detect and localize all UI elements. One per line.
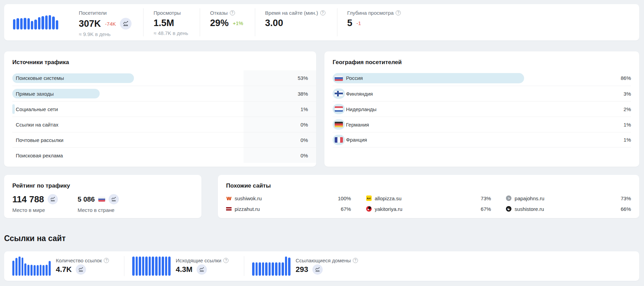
country-name: Германия (346, 122, 369, 128)
traffic-source-row: Поисковые системы 53% (12, 70, 316, 86)
links-metric-help-icon[interactable]: ? (104, 258, 109, 263)
country-percent: 86% (621, 75, 631, 81)
similar-site-link[interactable]: pizzahut.ru (235, 206, 260, 212)
metric-visitors: Посетители 307K -74K ≈ 9.9K в день (69, 4, 143, 40)
similar-site-link[interactable]: papajohns.ru (515, 195, 544, 201)
similar-site-item: sushiwok.ru 100% (226, 194, 351, 202)
similar-site-percent: 66% (621, 206, 631, 212)
rank-country-label: Место в стране (78, 207, 119, 213)
links-metric-chart-icon[interactable] (312, 264, 323, 275)
metric-time-value: 3.00 (265, 18, 283, 28)
traffic-source-label: Прямые заходы (12, 91, 54, 97)
metric-views-value: 1.5M (153, 18, 174, 28)
site-favicon (366, 195, 372, 201)
links-metric: Количество ссылок ? 4.7K (4, 251, 124, 281)
metric-visitors-value: 307K (79, 19, 101, 29)
time-help-icon[interactable]: ? (320, 10, 325, 15)
links-metrics-bar: Количество ссылок ? 4.7K (4, 251, 639, 281)
rank-country-block: 5 086 Место в стране (78, 193, 119, 213)
similar-site-percent: 73% (481, 195, 491, 201)
traffic-source-percent: 0% (244, 148, 316, 163)
metric-bounces-label: Отказы (210, 10, 227, 16)
similar-site-percent: 67% (341, 206, 351, 212)
trend-chart-icon (111, 196, 116, 202)
rank-country-chart-icon[interactable] (109, 194, 119, 204)
geography-row: Германия 1% (333, 117, 631, 132)
country-name: Россия (346, 75, 363, 81)
country-percent: 1% (623, 137, 631, 143)
links-metric-help-icon[interactable]: ? (223, 258, 228, 263)
links-metric-help-icon[interactable]: ? (353, 258, 358, 263)
traffic-sources-title: Источники трафика (12, 59, 316, 66)
similar-site-link[interactable]: sushiwok.ru (235, 195, 262, 201)
country-flag-icon (335, 91, 343, 96)
metric-visitors-delta: -74K (105, 21, 116, 27)
links-metric-value: 293 (296, 265, 308, 274)
traffic-rank-title: Рейтинг по трафику (12, 182, 193, 189)
metric-depth-value: 5 (347, 18, 352, 28)
site-favicon (226, 206, 232, 212)
links-metric-label: Ссылающиеся домены (296, 258, 351, 263)
links-metric-chart (252, 257, 290, 276)
metric-bounces-value: 29% (210, 18, 228, 28)
traffic-source-row: Поисковая реклама 0% (12, 147, 316, 163)
traffic-source-percent: 38% (244, 86, 316, 101)
similar-site-item: yakitoriya.ru 67% (366, 205, 491, 213)
links-metric-chart-icon[interactable] (197, 264, 207, 275)
traffic-source-percent: 0% (244, 132, 316, 147)
traffic-source-row: Социальные сети 1% (12, 101, 316, 117)
traffic-source-label: Ссылки на сайтах (12, 122, 59, 128)
links-section-heading: Ссылки на сайт (4, 234, 639, 243)
trend-chart-icon (78, 267, 84, 272)
country-name: Нидерланды (346, 106, 376, 112)
links-metric-chart (12, 257, 51, 276)
geography-row: Россия 86% (333, 70, 631, 86)
similar-site-item: allopizza.su 73% (366, 194, 491, 202)
country-flag-icon (335, 137, 343, 143)
similar-site-link[interactable]: sushistore.ru (515, 206, 544, 212)
metric-time-on-site: Время на сайте (мин.) ? 3.00 (255, 4, 337, 40)
geography-card: География посетителей Россия 86% (324, 51, 639, 167)
traffic-sources-list: Поисковые системы 53% Прямые заходы 38% (12, 70, 316, 163)
similar-site-link[interactable]: allopizza.su (375, 195, 401, 201)
similar-site-item: papajohns.ru 73% (506, 194, 631, 202)
site-favicon (506, 206, 511, 212)
links-metric: Исходящие ссылки ? 4.3M (124, 251, 244, 281)
rank-world-block: 114 788 Место в мире (12, 193, 58, 213)
trend-chart-icon (50, 196, 55, 202)
traffic-rank-card: Рейтинг по трафику 114 788 (4, 175, 201, 218)
country-flag-icon (335, 75, 343, 81)
traffic-source-percent: 1% (244, 102, 316, 117)
similar-sites-card: Похожие сайты sushiwok.ru 100% allopizza… (218, 175, 639, 218)
similar-site-link[interactable]: yakitoriya.ru (375, 206, 402, 212)
rank-world-value: 114 788 (12, 194, 44, 205)
similar-site-percent: 67% (481, 206, 491, 212)
similar-sites-grid: sushiwok.ru 100% allopizza.su 73% papajo… (226, 194, 631, 213)
traffic-source-row: Почтовые рассылки 0% (12, 132, 316, 147)
traffic-source-label: Поисковая реклама (12, 153, 63, 158)
country-flag-icon (98, 197, 105, 202)
traffic-sources-card: Источники трафика Поисковые системы 53% (4, 51, 316, 167)
links-metric-value: 4.3M (176, 265, 193, 274)
trend-chart-icon (199, 267, 205, 272)
rank-world-chart-icon[interactable] (48, 194, 58, 204)
metric-views-per-day: ≈ 48.7K в день (153, 30, 188, 36)
traffic-source-row: Прямые заходы 38% (12, 86, 316, 101)
country-percent: 1% (623, 122, 631, 128)
depth-help-icon[interactable]: ? (396, 10, 401, 15)
metric-views-label: Просмотры (153, 10, 188, 16)
traffic-source-row: Ссылки на сайтах 0% (12, 117, 316, 132)
trend-chart-icon (123, 21, 129, 27)
rank-country-value: 5 086 (78, 195, 95, 203)
bounces-help-icon[interactable]: ? (230, 10, 235, 15)
links-metric-chart-icon[interactable] (76, 264, 86, 275)
visitors-summary-bar: Посетители 307K -74K ≈ 9.9K в день Просм… (4, 4, 639, 40)
links-metric-chart (132, 257, 171, 276)
traffic-source-label: Поисковые системы (12, 75, 64, 81)
traffic-source-label: Социальные сети (12, 106, 58, 112)
geography-row: Франция 1% (333, 132, 631, 147)
visitors-chart-icon[interactable] (120, 18, 132, 29)
country-percent: 2% (623, 106, 631, 112)
metric-depth-delta: -1 (357, 20, 361, 26)
metric-visitors-per-day: ≈ 9.9K в день (79, 31, 132, 37)
